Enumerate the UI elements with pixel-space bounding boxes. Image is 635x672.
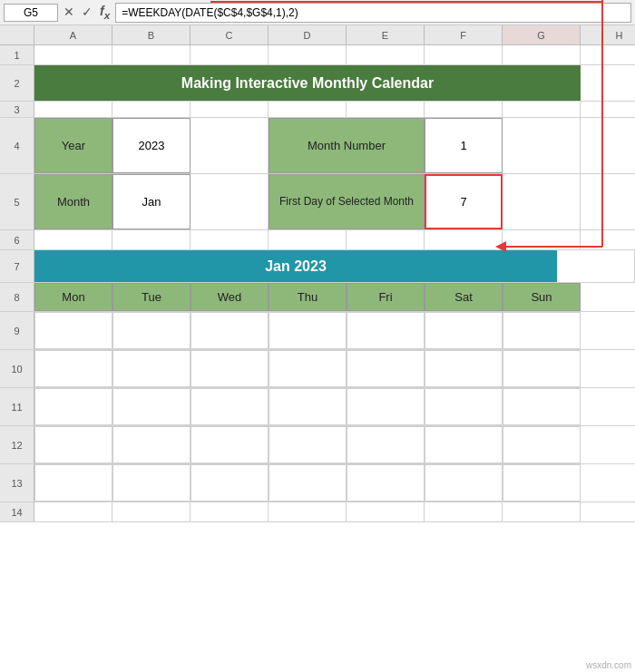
cell-e3[interactable]: [269, 102, 347, 117]
year-value-cell[interactable]: 2023: [112, 118, 190, 173]
col-header-b[interactable]: B: [112, 25, 190, 44]
cell-f6[interactable]: [347, 230, 425, 249]
cell-h7[interactable]: [557, 250, 635, 282]
cal-cell-10-6[interactable]: [425, 350, 503, 387]
cell-d3[interactable]: [190, 102, 269, 117]
cal-cell-11-3[interactable]: [190, 388, 269, 425]
cell-h1[interactable]: [503, 45, 581, 64]
cal-cell-11-4[interactable]: [269, 388, 347, 425]
cal-cell-11-5[interactable]: [347, 388, 425, 425]
day-wed: Wed: [190, 283, 269, 311]
cell-e6[interactable]: [269, 230, 347, 249]
first-day-value-cell: 7: [425, 174, 503, 229]
cell-h4[interactable]: [503, 118, 581, 173]
col-header-c[interactable]: C: [190, 25, 269, 44]
cal-cell-10-2[interactable]: [112, 350, 190, 387]
cell-d1[interactable]: [190, 45, 269, 64]
row-num-4: 4: [0, 118, 34, 173]
col-header-g[interactable]: G: [503, 25, 581, 44]
cell-e1[interactable]: [269, 45, 347, 64]
cell-d4[interactable]: [190, 118, 269, 173]
cell-d14[interactable]: [190, 502, 269, 521]
cal-cell-10-1[interactable]: [34, 350, 112, 387]
cal-cell-10-5[interactable]: [347, 350, 425, 387]
cal-cell-12-2[interactable]: [112, 426, 190, 463]
col-header-h[interactable]: H: [581, 25, 635, 44]
row-num-10: 10: [0, 350, 34, 387]
month-value-cell[interactable]: Jan: [112, 174, 190, 229]
cell-d6[interactable]: [190, 230, 269, 249]
cal-cell-13-7[interactable]: [503, 464, 581, 502]
cal-cell-12-4[interactable]: [269, 426, 347, 463]
cal-cell-12-3[interactable]: [190, 426, 269, 463]
calendar-title-cell: Jan 2023: [34, 250, 557, 282]
cell-c14[interactable]: [112, 502, 190, 521]
cal-cell-13-4[interactable]: [269, 464, 347, 502]
cal-cell-12-5[interactable]: [347, 426, 425, 463]
cell-e14[interactable]: [269, 502, 347, 521]
cell-h5[interactable]: [503, 174, 581, 229]
title-cell: Making Interactive Monthly Calendar: [34, 65, 581, 101]
cal-cell-10-7[interactable]: [503, 350, 581, 387]
cell-reference-box[interactable]: [4, 4, 58, 22]
row-num-6: 6: [0, 230, 34, 249]
cell-c6[interactable]: [112, 230, 190, 249]
row-num-2: 2: [0, 65, 34, 101]
row-num-1: 1: [0, 45, 34, 64]
cell-h14[interactable]: [503, 502, 581, 521]
cal-cell-13-3[interactable]: [190, 464, 269, 502]
row-11: 11: [0, 388, 635, 426]
cell-b1[interactable]: [34, 45, 112, 64]
cell-c3[interactable]: [112, 102, 190, 117]
cal-cell-9-2[interactable]: [112, 312, 190, 349]
cell-g3[interactable]: [425, 102, 503, 117]
cell-c1[interactable]: [112, 45, 190, 64]
col-header-f[interactable]: F: [425, 25, 503, 44]
cell-b14[interactable]: [34, 502, 112, 521]
row-num-14: 14: [0, 502, 34, 521]
cell-b6[interactable]: [34, 230, 112, 249]
cancel-icon[interactable]: ✕: [62, 5, 76, 19]
cal-cell-9-1[interactable]: [34, 312, 112, 349]
day-mon: Mon: [34, 283, 112, 311]
cal-cell-10-4[interactable]: [269, 350, 347, 387]
cell-f1[interactable]: [347, 45, 425, 64]
row-7: 7 Jan 2023: [0, 250, 635, 283]
cell-h3[interactable]: [503, 102, 581, 117]
cal-cell-13-2[interactable]: [112, 464, 190, 502]
cal-cell-10-3[interactable]: [190, 350, 269, 387]
cal-cell-9-7[interactable]: [503, 312, 581, 349]
col-header-e[interactable]: E: [347, 25, 425, 44]
cal-cell-12-7[interactable]: [503, 426, 581, 463]
cell-b3[interactable]: [34, 102, 112, 117]
cal-cell-12-1[interactable]: [34, 426, 112, 463]
confirm-icon[interactable]: ✓: [80, 5, 94, 19]
col-header-d[interactable]: D: [269, 25, 347, 44]
formula-input[interactable]: [115, 3, 631, 23]
cal-cell-11-2[interactable]: [112, 388, 190, 425]
function-icon[interactable]: fx: [98, 4, 112, 21]
cal-cell-12-6[interactable]: [425, 426, 503, 463]
cal-cell-9-4[interactable]: [269, 312, 347, 349]
cal-cell-13-5[interactable]: [347, 464, 425, 502]
cal-cell-11-6[interactable]: [425, 388, 503, 425]
cell-f3[interactable]: [347, 102, 425, 117]
cell-g1[interactable]: [425, 45, 503, 64]
col-header-a[interactable]: A: [34, 25, 112, 44]
cell-f14[interactable]: [347, 502, 425, 521]
day-thu: Thu: [269, 283, 347, 311]
cell-d5[interactable]: [190, 174, 269, 229]
cal-cell-13-1[interactable]: [34, 464, 112, 502]
cal-cell-9-3[interactable]: [190, 312, 269, 349]
cal-cell-13-6[interactable]: [425, 464, 503, 502]
cal-cell-11-1[interactable]: [34, 388, 112, 425]
row-num-9: 9: [0, 312, 34, 349]
cell-h6[interactable]: [503, 230, 581, 249]
cal-cell-11-7[interactable]: [503, 388, 581, 425]
column-headers: A B C D E F G H: [0, 25, 635, 45]
cell-g14[interactable]: [425, 502, 503, 521]
cal-cell-9-5[interactable]: [347, 312, 425, 349]
cal-cell-9-6[interactable]: [425, 312, 503, 349]
first-day-label-cell: First Day of Selected Month: [269, 174, 425, 229]
cell-g6[interactable]: [425, 230, 503, 249]
